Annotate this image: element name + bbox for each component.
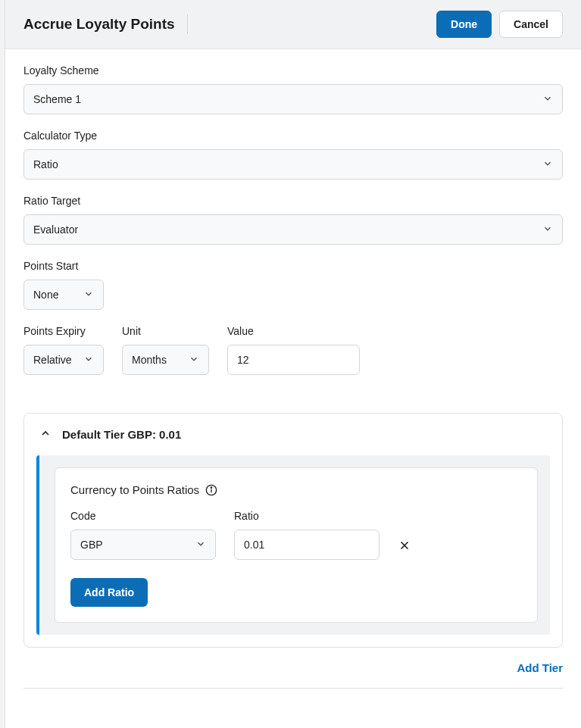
tier-header[interactable]: Default Tier GBP: 0.01 [24,414,562,455]
points-start-label: Points Start [23,260,563,272]
remove-ratio-button[interactable] [398,539,411,552]
points-expiry-label: Points Expiry [23,325,104,337]
tier-title: Default Tier GBP: 0.01 [62,428,181,441]
chevron-down-icon [542,158,553,171]
chevron-down-icon [83,289,94,302]
loyalty-scheme-label: Loyalty Scheme [23,64,563,77]
header-actions: Done Cancel [436,11,563,38]
tier-panel: Default Tier GBP: 0.01 Currency to Point… [23,413,563,648]
loyalty-scheme-value: Scheme 1 [33,93,81,105]
value-label: Value [227,325,360,337]
points-start-value: None [33,289,58,301]
points-start-select[interactable]: None [23,280,104,310]
value-input[interactable] [227,345,360,375]
unit-value: Months [132,354,167,366]
ratio-target-value: Evaluator [33,223,78,236]
svg-point-2 [211,487,211,488]
tier-inner: Currency to Points Ratios Code GBP [36,455,550,635]
ratio-target-label: Ratio Target [23,195,563,207]
done-button[interactable]: Done [436,11,492,38]
unit-label: Unit [122,325,209,337]
ratio-target-select[interactable]: Evaluator [23,214,563,245]
unit-select[interactable]: Months [122,345,209,375]
card-title-text: Currency to Points Ratios [70,483,199,496]
points-expiry-select[interactable]: Relative [23,345,104,375]
cancel-button[interactable]: Cancel [499,11,563,38]
calculator-type-label: Calculator Type [23,130,563,142]
ratio-input[interactable] [234,530,380,560]
chevron-down-icon [83,354,94,367]
code-select[interactable]: GBP [70,530,216,560]
calculator-type-select[interactable]: Ratio [23,149,563,180]
title-divider [187,14,188,34]
tier-card: Currency to Points Ratios Code GBP [55,467,538,623]
chevron-down-icon [542,93,553,106]
points-expiry-value: Relative [33,354,72,366]
loyalty-scheme-select[interactable]: Scheme 1 [23,84,563,114]
chevron-down-icon [189,354,199,367]
ratio-label: Ratio [234,510,380,522]
add-ratio-button[interactable]: Add Ratio [70,578,148,607]
calculator-type-value: Ratio [33,158,58,170]
ratio-row: Code GBP [70,510,522,560]
add-tier-link[interactable]: Add Tier [517,661,563,674]
code-value: GBP [80,539,103,551]
chevron-down-icon [195,539,206,551]
modal: Accrue Loyalty Points Done Cancel Loyalt… [5,0,581,728]
code-label: Code [70,510,216,522]
chevron-down-icon [542,223,553,236]
chevron-up-icon [39,427,52,442]
modal-title: Accrue Loyalty Points [23,16,175,33]
modal-body: Loyalty Scheme Scheme 1 Calculator Type … [5,49,581,704]
info-icon[interactable] [205,484,217,496]
modal-header: Accrue Loyalty Points Done Cancel [5,0,581,49]
divider [23,688,563,689]
